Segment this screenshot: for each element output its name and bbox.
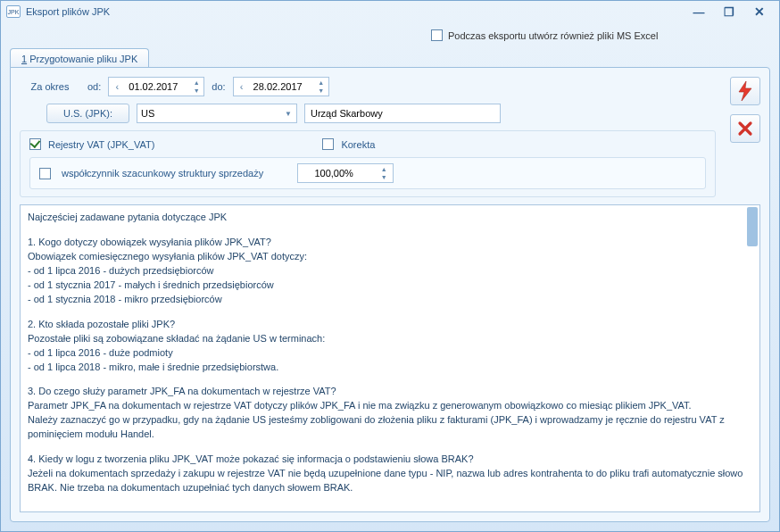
ratio-input[interactable]: 100,00% ▲ ▼	[297, 163, 394, 183]
tab-panel: Za okres od: ‹ 01.02.2017 ▲ ▼ do:	[10, 67, 770, 522]
us-code-value: US	[141, 108, 154, 119]
dropdown-icon[interactable]: ▼	[282, 107, 295, 120]
faq-q2-l1: Pozostałe pliki są zobowiązane składać n…	[28, 332, 752, 346]
period-label: Za okres	[20, 81, 80, 92]
faq-heading: Najczęściej zadawane pytania dotyczące J…	[28, 211, 752, 225]
export-excel-checkbox[interactable]	[431, 29, 443, 41]
faq-q3-title: 3. Do czego służy parametr JPK_FA na dok…	[28, 385, 752, 399]
date-from-picker-icon[interactable]: ‹	[111, 80, 123, 93]
ratio-up[interactable]: ▲	[378, 165, 389, 173]
window-title: Eksport plików JPK	[26, 6, 110, 17]
maximize-button[interactable]: ❐	[720, 4, 738, 19]
close-button[interactable]: ✕	[751, 4, 768, 19]
cancel-button[interactable]	[730, 114, 760, 143]
date-from-up[interactable]: ▲	[191, 79, 202, 87]
us-select-button[interactable]: U.S. (JPK):	[46, 104, 129, 123]
ratio-value: 100,00%	[314, 168, 353, 179]
date-from-input[interactable]: ‹ 01.02.2017 ▲ ▼	[108, 77, 204, 96]
faq-q4-title: 4. Kiedy w logu z tworzenia pliku JPK_VA…	[28, 453, 752, 467]
ratio-checkbox[interactable]	[39, 168, 51, 179]
vat-register-label: Rejestry VAT (JPK_VAT)	[48, 139, 154, 150]
faq-text[interactable]: Najczęściej zadawane pytania dotyczące J…	[20, 204, 760, 512]
vat-register-checkbox[interactable]	[29, 138, 41, 150]
x-icon	[737, 121, 753, 137]
scrollbar-thumb[interactable]	[747, 207, 758, 246]
from-label: od:	[87, 81, 101, 92]
export-excel-label: Podczas eksportu utwórz również pliki MS…	[448, 30, 658, 41]
date-from-down[interactable]: ▼	[191, 87, 202, 95]
faq-q1-l4: - od 1 stycznia 2018 - mikro przedsiębio…	[28, 293, 752, 307]
correction-label: Korekta	[341, 139, 375, 150]
ratio-down[interactable]: ▼	[378, 173, 389, 181]
titlebar[interactable]: JPK Eksport plików JPK — ❐ ✕	[1, 1, 779, 22]
registers-group: Rejestry VAT (JPK_VAT) Korekta współczyn…	[20, 130, 716, 197]
faq-q2-l3: - od 1 lipca 2018 - mikro, małe i średni…	[28, 361, 752, 375]
us-name-value: Urząd Skarbowy	[311, 108, 383, 119]
date-to-down[interactable]: ▼	[316, 87, 327, 95]
faq-q2-title: 2. Kto składa pozostałe pliki JPK?	[28, 318, 752, 332]
faq-q1-l3: - od 1 stycznia 2017 - małych i średnich…	[28, 278, 752, 293]
date-from-value: 01.02.2017	[129, 81, 178, 92]
faq-q4-l1: Jeżeli na dokumentach sprzedaży i zakupu…	[28, 467, 752, 495]
faq-q1-l2: - od 1 lipca 2016 - dużych przedsiębiorc…	[28, 264, 752, 278]
app-window: JPK Eksport plików JPK — ❐ ✕ Podczas eks…	[0, 0, 780, 532]
date-to-picker-icon[interactable]: ‹	[236, 80, 248, 93]
date-to-value: 28.02.2017	[253, 81, 303, 92]
ratio-label: współczynnik szacunkowy struktury sprzed…	[62, 168, 263, 179]
faq-q2-l2: - od 1 lipca 2016 - duże podmioty	[28, 346, 752, 361]
tab-label: Przygotowanie pliku JPK	[27, 54, 137, 64]
to-label: do:	[212, 81, 225, 92]
date-to-up[interactable]: ▲	[316, 79, 327, 87]
date-to-input[interactable]: ‹ 28.02.2017 ▲ ▼	[233, 77, 329, 96]
minimize-button[interactable]: —	[690, 4, 708, 19]
faq-q1-title: 1. Kogo dotyczy obowiązek wysyłania plik…	[28, 236, 752, 250]
us-name-field[interactable]: Urząd Skarbowy	[304, 104, 501, 123]
run-button[interactable]	[730, 77, 760, 105]
us-code-combo[interactable]: US ▼	[137, 104, 297, 123]
tab-prepare-jpk[interactable]: 1 Przygotowanie pliku JPK	[10, 48, 149, 68]
faq-q1-l1: Obowiązek comiesięcznego wysyłania plikó…	[28, 250, 752, 264]
faq-q3-l2: Należy zaznaczyć go w przypadku, gdy na …	[28, 413, 752, 442]
correction-checkbox[interactable]	[322, 138, 334, 150]
svg-marker-0	[739, 81, 751, 101]
faq-q3-l1: Parametr JPK_FA na dokumentach w rejestr…	[28, 399, 752, 413]
app-icon: JPK	[6, 5, 21, 18]
lightning-icon	[737, 81, 753, 101]
